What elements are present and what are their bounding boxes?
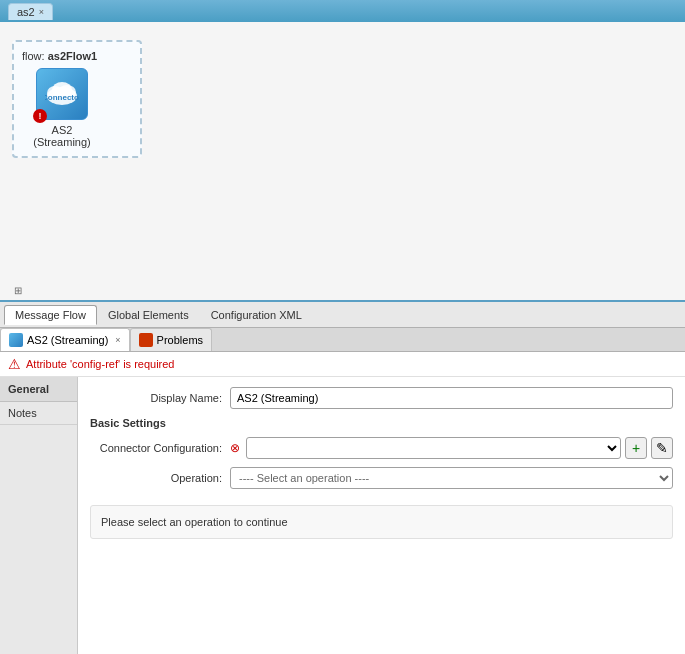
edit-config-button[interactable]: ✎	[651, 437, 673, 459]
basic-settings-title: Basic Settings	[90, 417, 673, 429]
title-tab-label: as2	[17, 6, 35, 18]
connector-node[interactable]: Connector ! AS2 (Streaming)	[22, 68, 102, 148]
info-box: Please select an operation to continue	[90, 505, 673, 539]
connector-icon: Connector !	[36, 68, 88, 120]
tab-message-flow[interactable]: Message Flow	[4, 305, 97, 325]
connector-error-badge: !	[33, 109, 47, 123]
bottom-tabs: Message Flow Global Elements Configurati…	[0, 302, 685, 328]
error-message: Attribute 'config-ref' is required	[26, 358, 175, 370]
error-icon: ⚠	[8, 356, 21, 372]
tab-global-elements[interactable]: Global Elements	[97, 305, 200, 324]
tab-problems[interactable]: Problems	[130, 328, 212, 351]
expand-button[interactable]: ⊞	[14, 285, 22, 296]
sidebar-section-general: General	[0, 377, 77, 402]
connector-label: AS2 (Streaming)	[22, 124, 102, 148]
title-bar: as2 ×	[0, 0, 685, 22]
required-indicator: ⊗	[230, 441, 240, 455]
as2-tab-close[interactable]: ×	[115, 335, 120, 345]
display-name-label: Display Name:	[90, 392, 230, 404]
error-bar: ⚠ Attribute 'config-ref' is required	[0, 352, 685, 377]
connector-config-select[interactable]	[246, 437, 621, 459]
display-name-row: Display Name:	[90, 387, 673, 409]
flow-container: flow: as2Flow1 Connector ! AS2 (Streamin…	[12, 40, 142, 158]
problems-tab-icon	[139, 333, 153, 347]
connector-config-group: ⊗ + ✎	[230, 437, 673, 459]
editor-content: General Notes Display Name: Basic Settin…	[0, 377, 685, 654]
tab-as2-streaming[interactable]: AS2 (Streaming) ×	[0, 328, 130, 351]
connector-config-label: Connector Configuration:	[90, 442, 230, 454]
display-name-input[interactable]	[230, 387, 673, 409]
add-config-button[interactable]: +	[625, 437, 647, 459]
form-area: Display Name: Basic Settings Connector C…	[78, 377, 685, 654]
tab-configuration-xml[interactable]: Configuration XML	[200, 305, 313, 324]
operation-select[interactable]: ---- Select an operation ----	[230, 467, 673, 489]
operation-row: Operation: ---- Select an operation ----	[90, 467, 673, 489]
connector-svg: Connector	[45, 80, 79, 108]
as2-tab-icon	[9, 333, 23, 347]
editor-tabs: AS2 (Streaming) × Problems	[0, 328, 685, 352]
connector-config-row: Connector Configuration: ⊗ + ✎	[90, 437, 673, 459]
left-sidebar: General Notes	[0, 377, 78, 654]
canvas-area: flow: as2Flow1 Connector ! AS2 (Streamin…	[0, 22, 685, 302]
editor-panel: AS2 (Streaming) × Problems ⚠ Attribute '…	[0, 328, 685, 654]
svg-text:Connector: Connector	[45, 93, 79, 102]
info-message: Please select an operation to continue	[101, 516, 288, 528]
sidebar-item-notes[interactable]: Notes	[0, 402, 77, 425]
title-tab-close[interactable]: ×	[39, 7, 44, 17]
operation-label: Operation:	[90, 472, 230, 484]
flow-label: flow: as2Flow1	[22, 50, 132, 62]
title-tab[interactable]: as2 ×	[8, 3, 53, 20]
